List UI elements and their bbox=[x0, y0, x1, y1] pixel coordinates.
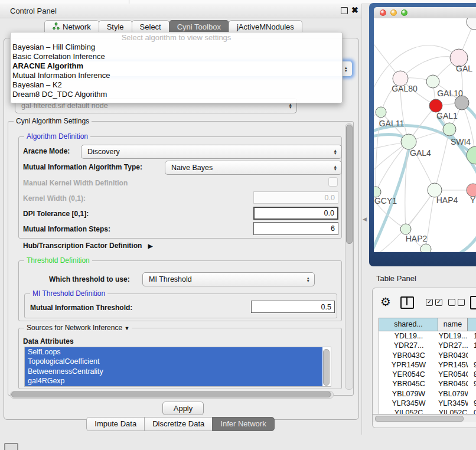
network-node-label: Y bbox=[470, 195, 476, 205]
manual-kernel-checkbox[interactable] bbox=[328, 177, 338, 187]
application-root: Control Panel ✖ NetworkStyleSelectCyni T… bbox=[0, 0, 476, 450]
close-window-icon[interactable] bbox=[380, 9, 386, 16]
select-all-icon[interactable]: ✓ bbox=[426, 299, 433, 306]
mi-threshold-field[interactable]: 0.5 bbox=[251, 301, 335, 313]
splitter-collapse-icon[interactable]: ◀ bbox=[363, 216, 367, 222]
mi-type-value: Naive Bayes bbox=[171, 164, 213, 172]
deselect-all-icon[interactable] bbox=[458, 299, 465, 306]
table-cell bbox=[468, 389, 476, 399]
algorithm-option[interactable]: Mutual Information Inference bbox=[11, 71, 342, 80]
network-node[interactable] bbox=[420, 244, 431, 252]
document-icon[interactable] bbox=[470, 296, 476, 309]
attribute-item-selected[interactable]: TopologicalCoefficient bbox=[25, 357, 322, 366]
hub-definition-toggle[interactable]: Hub/Transcription Factor Definition ▶ bbox=[23, 242, 152, 250]
apply-button[interactable]: Apply bbox=[162, 402, 204, 415]
network-node[interactable] bbox=[401, 134, 416, 149]
table-row[interactable]: YER054CYER054C8. bbox=[379, 370, 476, 379]
mi-type-combo[interactable]: Naive Bayes ▲▼ bbox=[165, 161, 342, 175]
select-all-icon[interactable]: ✓ bbox=[435, 299, 442, 306]
table-cell: 8. bbox=[468, 370, 476, 379]
table-cell: YLR345W bbox=[379, 399, 438, 408]
hub-definition-label: Hub/Transcription Factor Definition bbox=[23, 242, 142, 250]
list-scrollbar-thumb[interactable] bbox=[323, 349, 330, 386]
float-window-icon[interactable] bbox=[341, 7, 348, 14]
network-graph: GALGAL80GAL10GAL1GAL11SWI4GAL4GCY1HAP4YH… bbox=[374, 18, 476, 252]
table-row[interactable]: YLR345WYLR345W9. bbox=[379, 399, 476, 408]
data-attributes-list[interactable]: SelfLoopsTopologicalCoefficientBetweenne… bbox=[24, 347, 331, 387]
tab-discretize-data[interactable]: Discretize Data bbox=[144, 417, 213, 431]
settings-vscrollbar-thumb[interactable] bbox=[346, 125, 353, 244]
dpi-tolerance-value: 0.0 bbox=[324, 209, 334, 217]
kernel-width-label: Kernel Width (0,1): bbox=[23, 194, 86, 203]
table-row[interactable]: YPR145WYPR145W9. bbox=[379, 360, 476, 370]
column-header-name[interactable]: name bbox=[438, 318, 468, 331]
table-cell: 13 bbox=[468, 331, 476, 341]
manual-kernel-label: Manual Kernel Width Definition bbox=[23, 179, 128, 187]
table-row[interactable]: YDL19...YDL19...13 bbox=[379, 331, 476, 341]
combo-arrows-icon: ▲▼ bbox=[344, 66, 348, 72]
settings-group-title: Cyni Algorithm Settings bbox=[14, 117, 92, 125]
sources-title-text: Sources for Network Inference bbox=[27, 324, 122, 332]
table-cell: YBR045C bbox=[438, 379, 468, 389]
table-row[interactable]: YBR045CYBR045C9. bbox=[379, 379, 476, 389]
network-edge-thick[interactable] bbox=[455, 229, 476, 252]
network-view-window[interactable]: GALGAL80GAL10GAL1GAL11SWI4GAL4GCY1HAP4YH… bbox=[369, 3, 476, 266]
aracne-mode-value: Discovery bbox=[87, 148, 120, 156]
column-header-shared[interactable]: shared... bbox=[379, 318, 438, 331]
column-header-A[interactable]: A bbox=[468, 318, 476, 331]
table-hscrollbar-track[interactable] bbox=[373, 414, 476, 422]
close-icon[interactable]: ✖ bbox=[351, 5, 358, 15]
chevron-down-icon: ▼ bbox=[124, 325, 129, 331]
network-node[interactable] bbox=[400, 224, 411, 234]
tab-impute-data[interactable]: Impute Data bbox=[86, 417, 145, 431]
algorithm-option[interactable]: Basic Correlation Inference bbox=[11, 52, 342, 61]
tab-label: Discretize Data bbox=[152, 418, 204, 431]
table-cell: YLR345W bbox=[438, 399, 468, 408]
table-hscrollbar-thumb[interactable] bbox=[375, 416, 464, 422]
deselect-all-icon[interactable] bbox=[448, 299, 455, 306]
algorithm-definition-title: Algorithm Definition bbox=[24, 132, 90, 141]
table-cell bbox=[468, 351, 476, 360]
network-node[interactable] bbox=[429, 99, 442, 112]
network-node[interactable] bbox=[467, 184, 476, 197]
zoom-window-icon[interactable] bbox=[401, 9, 407, 16]
attribute-item-selected[interactable]: gal4RGexp bbox=[25, 376, 322, 386]
table-header-row: shared...nameA bbox=[379, 318, 476, 331]
kernel-width-field[interactable]: 0.0 bbox=[253, 191, 338, 204]
table-row[interactable]: YBR043CYBR043C bbox=[379, 351, 476, 360]
table-row[interactable]: YDR27...YDR27...12 bbox=[379, 341, 476, 350]
network-edge[interactable] bbox=[435, 129, 449, 190]
network-node[interactable] bbox=[426, 75, 439, 88]
tab-infer-network[interactable]: Infer Network bbox=[212, 417, 274, 431]
table-cell: 9. bbox=[468, 399, 476, 408]
network-node[interactable] bbox=[376, 107, 386, 118]
algorithm-option[interactable]: Bayesian – K2 bbox=[11, 80, 342, 90]
algorithm-option[interactable]: Dream8 DC_TDC Algorithm bbox=[11, 90, 342, 99]
dropdown-item-list: Bayesian – Hill ClimbingBasic Correlatio… bbox=[11, 43, 342, 99]
table-row[interactable]: YBL079WYBL079W bbox=[379, 389, 476, 399]
dpi-tolerance-field[interactable]: 0.0 bbox=[253, 207, 338, 220]
minimized-panel-icon[interactable] bbox=[4, 443, 18, 450]
mi-steps-field[interactable]: 6 bbox=[253, 222, 338, 235]
attribute-item-selected[interactable]: SelfLoops bbox=[25, 347, 322, 357]
minimize-window-icon[interactable] bbox=[390, 9, 397, 16]
settings-hscrollbar-thumb[interactable] bbox=[11, 392, 331, 397]
table-cell: YDR27... bbox=[438, 341, 468, 350]
panel-title: Control Panel bbox=[10, 6, 57, 15]
gear-icon[interactable]: ⚙ bbox=[380, 295, 391, 309]
table-cell: YBR043C bbox=[379, 351, 438, 360]
which-threshold-combo[interactable]: MI Threshold ▲▼ bbox=[142, 272, 315, 286]
table-cell: YDR27... bbox=[379, 341, 438, 350]
network-node[interactable] bbox=[443, 123, 456, 136]
split-columns-icon[interactable] bbox=[400, 296, 414, 309]
attribute-item-selected[interactable]: BetweennessCentrality bbox=[25, 367, 322, 376]
network-window-titlebar[interactable] bbox=[374, 7, 476, 19]
network-canvas[interactable]: GALGAL80GAL10GAL1GAL11SWI4GAL4GCY1HAP4YH… bbox=[374, 18, 476, 252]
algorithm-option[interactable]: Bayesian – Hill Climbing bbox=[11, 43, 342, 52]
algorithm-option[interactable]: ARACNE Algorithm bbox=[11, 61, 342, 71]
table-cell: YER054C bbox=[379, 370, 438, 379]
aracne-mode-combo[interactable]: Discovery ▲▼ bbox=[81, 145, 342, 159]
algorithm-dropdown-popup: Select algorithm to view settings Bayesi… bbox=[10, 32, 343, 103]
network-node[interactable] bbox=[467, 18, 476, 30]
sources-title[interactable]: Sources for Network Inference ▼ bbox=[24, 324, 132, 332]
